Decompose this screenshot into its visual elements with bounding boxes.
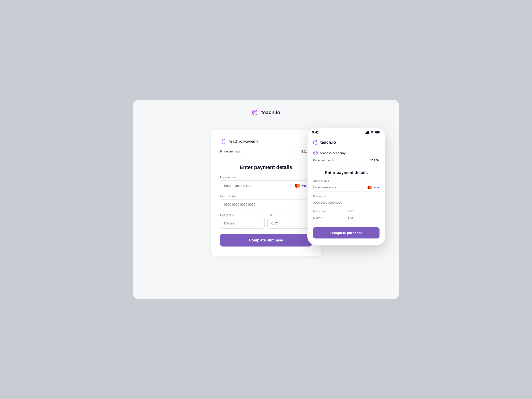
mobile-mastercard-icon: [367, 185, 373, 189]
mobile-expiry-label: Expiry date: [313, 210, 344, 213]
mobile-name-label: Name on card: [313, 179, 380, 182]
mobile-product-logo-icon: [313, 151, 318, 156]
expiry-label: Expiry date: [220, 214, 265, 217]
mobile-cvc-label: CVC: [348, 210, 380, 213]
mobile-name-input-wrap: VISA: [313, 183, 380, 191]
mobile-expiry-input[interactable]: [313, 214, 344, 222]
mobile-cvc-input[interactable]: [348, 214, 380, 222]
svg-rect-10: [315, 142, 317, 143]
expiry-input-wrap: [220, 218, 265, 229]
status-icons: [365, 131, 380, 134]
product-row: teach.io academy: [220, 138, 312, 145]
svg-rect-2: [254, 112, 256, 113]
mobile-expiry-field: Expiry date: [313, 210, 344, 222]
svg-rect-12: [315, 153, 317, 154]
mobile-cvc-input-wrap: [348, 214, 380, 222]
svg-point-6: [297, 184, 300, 188]
complete-purchase-button[interactable]: Complete purchase: [220, 234, 312, 247]
mobile-header-title: teach.io: [320, 140, 336, 145]
svg-rect-4: [222, 141, 224, 142]
teach-io-logo-icon: [252, 109, 259, 116]
card-number-input-wrap: [220, 199, 312, 210]
card-number-field: Card number: [220, 195, 312, 210]
mobile-cvc-field: CVC: [348, 210, 380, 222]
mobile-content: teach.io teach.io academy Price per mont…: [308, 136, 385, 245]
mastercard-icon: [294, 184, 301, 188]
status-time: 9:41: [312, 130, 319, 134]
header: teach.io: [252, 109, 280, 116]
mobile-product-name: teach.io academy: [320, 151, 346, 155]
mobile-card-number-field: Card number: [313, 195, 380, 207]
mobile-visa-icon: VISA: [374, 186, 380, 189]
product-logo-icon: [220, 138, 227, 145]
svg-rect-7: [375, 131, 380, 133]
mobile-card-brand-icons: VISA: [367, 185, 380, 189]
wifi-icon: [370, 131, 374, 134]
cvc-input[interactable]: [268, 218, 312, 228]
mobile-expiry-cvc-row: Expiry date CVC: [313, 210, 380, 225]
price-row: Price per month $11.99: [220, 149, 312, 158]
expiry-cvc-row: Expiry date CVC: [220, 214, 312, 232]
card-brand-icons: VISA: [294, 184, 309, 188]
mobile-card-label: Card number: [313, 195, 380, 197]
name-input-wrap: VISA: [220, 180, 312, 191]
mobile-status-bar: 9:41: [308, 127, 385, 136]
svg-rect-8: [380, 132, 380, 133]
cvc-field: CVC: [267, 214, 312, 229]
signal-bars-icon: [365, 131, 369, 134]
mobile-logo-icon: [313, 140, 318, 145]
product-name: teach.io academy: [229, 139, 258, 144]
mobile-price-value: $11.99: [370, 158, 380, 162]
mobile-card-input[interactable]: [313, 199, 380, 207]
mobile-card-input-wrap: [313, 199, 380, 207]
cvc-label: CVC: [267, 214, 312, 217]
mobile-header: teach.io: [313, 140, 380, 145]
expiry-date-field: Expiry date: [220, 214, 265, 229]
desktop-payment-form: teach.io academy Price per month $11.99 …: [211, 130, 321, 256]
mobile-form-title: Enter payment details: [313, 170, 380, 175]
mobile-expiry-input-wrap: [313, 214, 344, 222]
form-title: Enter payment details: [220, 165, 312, 170]
card-number-label: Card number: [220, 195, 312, 198]
mobile-complete-purchase-button[interactable]: Complete purchase: [313, 227, 380, 239]
battery-icon: [375, 131, 380, 134]
outer-card: teach.io teach.io academy Price per mont…: [133, 100, 399, 299]
header-title: teach.io: [261, 110, 280, 116]
name-on-card-label: Name on card: [220, 176, 312, 179]
mobile-price-row: Price per month $11.99: [313, 158, 380, 166]
card-number-input[interactable]: [220, 200, 312, 209]
mobile-product-row: teach.io academy: [313, 151, 380, 156]
cvc-input-wrap: [267, 218, 312, 229]
expiry-input[interactable]: [220, 218, 264, 228]
price-label: Price per month: [220, 149, 244, 153]
mobile-mockup: 9:41: [307, 127, 385, 246]
mobile-name-on-card-field: Name on card VISA: [313, 179, 380, 191]
mobile-price-label: Price per month: [313, 158, 334, 162]
name-on-card-field: Name on card VISA: [220, 176, 312, 191]
